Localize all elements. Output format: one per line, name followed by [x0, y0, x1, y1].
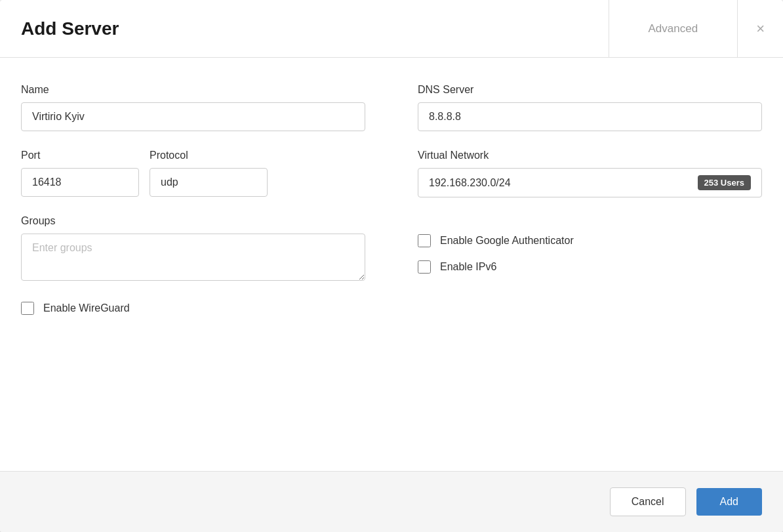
tab-advanced-label: Advanced: [649, 22, 698, 35]
port-input[interactable]: [21, 168, 139, 197]
add-button[interactable]: Add: [696, 488, 762, 516]
groups-input[interactable]: [21, 234, 365, 281]
name-label: Name: [21, 84, 365, 96]
virtual-network-value: 192.168.230.0/24: [429, 177, 698, 189]
enable-google-auth-label: Enable Google Authenticator: [440, 235, 574, 247]
dialog-tabs: Advanced ×: [609, 0, 783, 57]
name-group: Name: [21, 84, 365, 131]
enable-wireguard-label: Enable WireGuard: [43, 302, 130, 314]
dialog-header: Add Server Advanced ×: [0, 0, 783, 58]
right-checkboxes: Enable Google Authenticator Enable IPv6: [418, 234, 762, 287]
add-server-dialog: Add Server Advanced × Name: [0, 0, 783, 532]
dialog-body: Name Port Protocol Groups: [0, 58, 783, 471]
right-column: DNS Server Virtual Network 192.168.230.0…: [418, 84, 762, 328]
enable-ipv6-checkbox[interactable]: [418, 260, 431, 274]
virtual-network-field: 192.168.230.0/24 253 Users: [418, 168, 762, 197]
dialog-title-area: Add Server: [0, 0, 609, 57]
cancel-button[interactable]: Cancel: [610, 487, 686, 516]
groups-label: Groups: [21, 215, 365, 227]
groups-group: Groups: [21, 215, 365, 283]
name-input[interactable]: [21, 102, 365, 131]
port-label: Port: [21, 150, 139, 161]
google-auth-checkbox-row: Enable Google Authenticator: [418, 234, 762, 247]
wireguard-checkbox-row: Enable WireGuard: [21, 302, 365, 315]
virtual-network-group: Virtual Network 192.168.230.0/24 253 Use…: [418, 150, 762, 197]
enable-ipv6-label: Enable IPv6: [440, 261, 496, 273]
close-button[interactable]: ×: [738, 0, 783, 57]
protocol-input[interactable]: [150, 168, 268, 197]
virtual-network-label: Virtual Network: [418, 150, 762, 161]
dns-group: DNS Server: [418, 84, 762, 131]
left-column: Name Port Protocol Groups: [21, 84, 365, 328]
port-protocol-row: Port Protocol: [21, 150, 365, 197]
dialog-title: Add Server: [21, 18, 119, 39]
enable-wireguard-checkbox[interactable]: [21, 302, 34, 315]
protocol-group: Protocol: [150, 150, 268, 197]
protocol-label: Protocol: [150, 150, 268, 161]
dns-input[interactable]: [418, 102, 762, 131]
enable-google-auth-checkbox[interactable]: [418, 234, 431, 247]
port-group: Port: [21, 150, 139, 197]
dialog-footer: Cancel Add: [0, 471, 783, 532]
ipv6-checkbox-row: Enable IPv6: [418, 260, 762, 274]
close-icon: ×: [756, 20, 765, 37]
form-grid: Name Port Protocol Groups: [21, 84, 762, 328]
dns-label: DNS Server: [418, 84, 762, 96]
tab-advanced[interactable]: Advanced: [609, 0, 738, 57]
users-badge: 253 Users: [698, 175, 751, 190]
